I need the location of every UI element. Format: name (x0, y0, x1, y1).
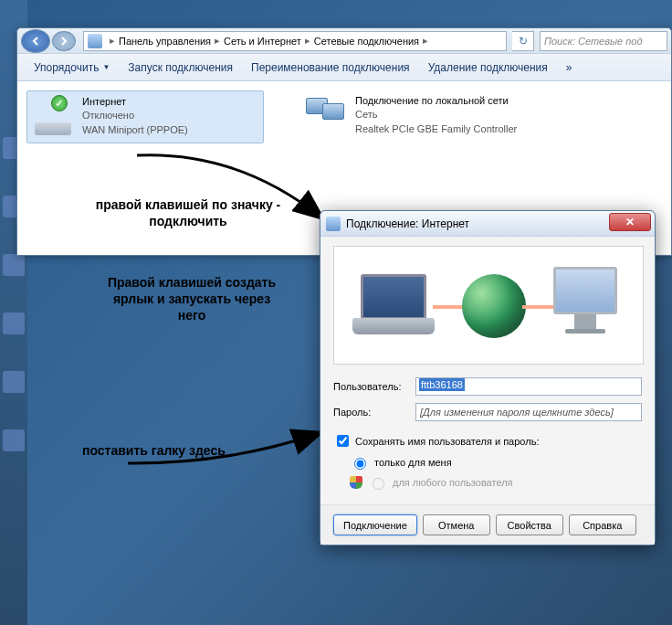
annotation-1: правой клавишей по значку - подключить (88, 196, 289, 229)
connection-item-internet[interactable]: ✓ Интернет Отключено WAN Miniport (PPPOE… (26, 90, 264, 143)
dialog-button-row: Подключение Отмена Свойства Справка (320, 504, 655, 545)
back-button[interactable] (21, 29, 50, 53)
dialog-title: Подключение: Интернет (346, 217, 469, 230)
desktop-icon (3, 312, 25, 334)
breadcrumb-item[interactable]: Панель управления (119, 36, 211, 47)
radio-any-user (373, 478, 384, 490)
cancel-button[interactable]: Отмена (423, 514, 490, 535)
connection-dialog: Подключение: Интернет ✕ Пользователь: ft… (320, 210, 656, 546)
connection-device: WAN Miniport (PPPOE) (82, 123, 188, 137)
network-monitors-icon (304, 94, 348, 138)
check-badge-icon: ✓ (51, 95, 68, 111)
connect-button[interactable]: Подключение (333, 514, 417, 535)
desktop-pc-icon (544, 267, 626, 347)
help-button[interactable]: Справка (569, 514, 636, 535)
refresh-button[interactable]: ↻ (512, 31, 534, 51)
shield-icon (350, 476, 362, 489)
search-input[interactable]: Поиск: Сетевые под (540, 31, 667, 51)
toolbar: Упорядочить▼ Запуск подключения Переимен… (17, 54, 671, 81)
control-panel-icon (88, 34, 102, 48)
password-label: Пароль: (333, 407, 415, 418)
radio-any-user-label: для любого пользователя (393, 477, 513, 488)
radio-only-me[interactable] (354, 458, 366, 470)
username-value: fttb36168 (419, 378, 465, 391)
properties-button[interactable]: Свойства (496, 514, 563, 535)
password-input[interactable] (415, 403, 642, 421)
connection-device: Realtek PCIe GBE Family Controller (355, 122, 517, 136)
desktop-icon (3, 371, 25, 393)
titlebar: ▸ Панель управления ▸ Сеть и Интернет ▸ … (17, 28, 671, 54)
laptop-icon (352, 274, 435, 344)
desktop-icon (3, 429, 25, 451)
forward-button[interactable] (52, 31, 76, 51)
close-button[interactable]: ✕ (609, 213, 651, 231)
modem-icon: ✓ (31, 95, 75, 139)
globe-icon (462, 274, 526, 338)
connection-status: Отключено (82, 109, 188, 122)
connection-illustration (333, 246, 644, 365)
dialog-titlebar: Подключение: Интернет ✕ (320, 211, 655, 237)
connection-status: Сеть (355, 108, 517, 122)
search-placeholder: Поиск: Сетевые под (544, 36, 643, 47)
breadcrumb-item[interactable]: Сеть и Интернет (224, 36, 301, 47)
address-bar[interactable]: ▸ Панель управления ▸ Сеть и Интернет ▸ … (83, 31, 507, 51)
breadcrumb-item[interactable]: Сетевые подключения (314, 36, 419, 47)
rename-connection-button[interactable]: Переименование подключения (242, 58, 419, 78)
connections-list: ✓ Интернет Отключено WAN Miniport (PPPOE… (17, 81, 671, 153)
dialog-app-icon (326, 217, 341, 231)
username-input[interactable]: fttb36168 (415, 377, 642, 396)
start-connection-button[interactable]: Запуск подключения (119, 58, 242, 78)
save-credentials-label: Сохранять имя пользователя и пароль: (355, 436, 539, 447)
annotation-2: Правой клавишей создать ярлык и запускат… (100, 274, 283, 324)
organize-menu[interactable]: Упорядочить▼ (25, 58, 119, 78)
more-button[interactable]: » (557, 58, 582, 78)
connection-name: Подключение по локальной сети (355, 94, 517, 108)
connection-name: Интернет (82, 95, 188, 109)
save-credentials-checkbox[interactable] (337, 435, 349, 447)
connection-item-lan[interactable]: Подключение по локальной сети Сеть Realt… (300, 90, 538, 143)
username-label: Пользователь: (333, 381, 415, 392)
desktop-icon (3, 254, 25, 276)
delete-connection-button[interactable]: Удаление подключения (419, 58, 557, 78)
radio-only-me-label: только для меня (374, 457, 452, 468)
annotation-3: поставить галку здесь (82, 442, 226, 459)
